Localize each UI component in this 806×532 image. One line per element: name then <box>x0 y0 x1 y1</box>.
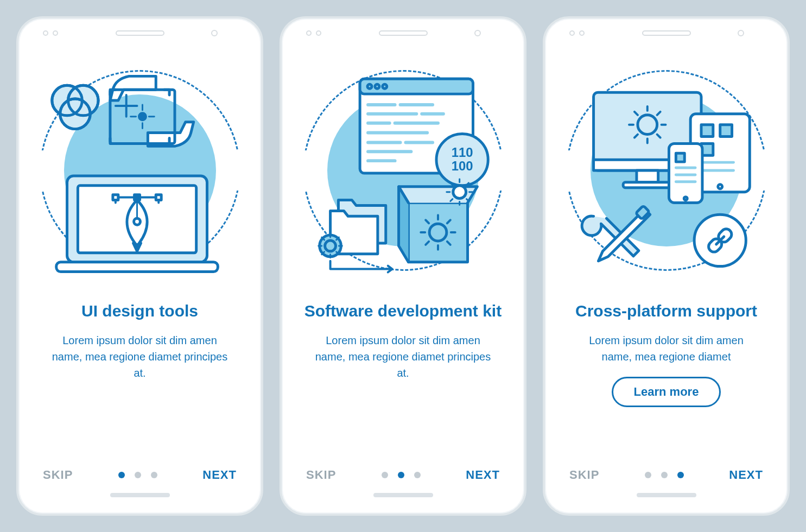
onboarding-title: Software development kit <box>304 301 502 321</box>
content-area: Cross-platform support Lorem ipsum dolor… <box>564 295 769 463</box>
nav-bar: SKIP NEXT <box>301 463 505 493</box>
svg-text:100: 100 <box>452 159 473 173</box>
page-dot-1[interactable] <box>118 472 125 478</box>
page-dot-2[interactable] <box>398 472 404 478</box>
onboarding-title: UI design tools <box>81 301 198 321</box>
svg-rect-10 <box>56 262 218 272</box>
nav-bar: SKIP NEXT <box>564 463 769 493</box>
onboarding-description: Lorem ipsum dolor sit dim amen name, mea… <box>574 332 759 365</box>
page-dot-3[interactable] <box>677 472 684 478</box>
svg-rect-12 <box>156 195 161 200</box>
home-indicator-icon <box>373 493 433 497</box>
next-button[interactable]: NEXT <box>466 468 500 482</box>
page-dot-2[interactable] <box>135 472 141 478</box>
home-indicator-icon <box>637 493 696 497</box>
speaker-icon <box>116 30 164 36</box>
skip-button[interactable]: SKIP <box>43 468 73 482</box>
design-tools-icon <box>37 62 242 279</box>
onboarding-title: Cross-platform support <box>575 301 757 321</box>
illustration-design-tools <box>37 46 242 295</box>
phone-frame-2: 110 100 <box>280 16 526 516</box>
svg-rect-34 <box>701 125 713 137</box>
svg-text:110: 110 <box>452 145 473 160</box>
phone-frame-3: Cross-platform support Lorem ipsum dolor… <box>543 16 790 516</box>
svg-rect-35 <box>720 125 732 137</box>
page-dot-3[interactable] <box>414 472 421 478</box>
skip-button[interactable]: SKIP <box>569 468 599 482</box>
svg-point-7 <box>139 113 146 120</box>
content-area: Software development kit Lorem ipsum dol… <box>301 295 505 463</box>
svg-point-24 <box>453 186 466 199</box>
content-area: UI design tools Lorem ipsum dolor sit di… <box>37 295 242 463</box>
svg-rect-39 <box>676 153 684 162</box>
phone-frame-1: UI design tools Lorem ipsum dolor sit di… <box>16 16 263 516</box>
onboarding-description: Lorem ipsum dolor sit dim amen name, mea… <box>48 332 232 381</box>
phone-notch <box>18 30 261 36</box>
phone-notch <box>545 30 788 36</box>
onboarding-mockup-row: UI design tools Lorem ipsum dolor sit di… <box>11 16 795 516</box>
svg-rect-29 <box>637 170 658 182</box>
svg-rect-11 <box>113 195 118 200</box>
learn-more-button[interactable]: Learn more <box>612 377 721 407</box>
svg-rect-30 <box>623 182 671 188</box>
speaker-icon <box>379 30 428 36</box>
page-dot-1[interactable] <box>645 472 651 478</box>
onboarding-description: Lorem ipsum dolor sit dim amen name, mea… <box>311 332 496 381</box>
page-indicator <box>645 472 684 478</box>
page-indicator <box>118 472 157 478</box>
page-dot-3[interactable] <box>151 472 157 478</box>
cross-platform-icon <box>564 62 769 279</box>
svg-rect-16 <box>360 79 473 94</box>
home-indicator-icon <box>110 493 170 497</box>
next-button[interactable]: NEXT <box>729 468 763 482</box>
nav-bar: SKIP NEXT <box>37 463 242 493</box>
page-dot-1[interactable] <box>382 472 388 478</box>
next-button[interactable]: NEXT <box>202 468 237 482</box>
phone-notch <box>282 30 524 36</box>
camera-icon <box>474 30 481 36</box>
illustration-sdk: 110 100 <box>301 46 505 295</box>
sdk-icon: 110 100 <box>301 62 505 279</box>
skip-button[interactable]: SKIP <box>306 468 336 482</box>
page-indicator <box>382 472 421 478</box>
camera-icon <box>211 30 218 36</box>
page-dot-2[interactable] <box>661 472 668 478</box>
speaker-icon <box>642 30 691 36</box>
illustration-cross-platform <box>564 46 769 295</box>
camera-icon <box>738 30 744 36</box>
